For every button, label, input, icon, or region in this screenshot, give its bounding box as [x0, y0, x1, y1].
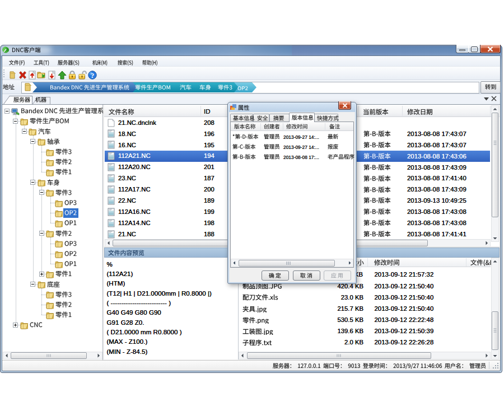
svg-text:?: ?: [91, 72, 94, 80]
